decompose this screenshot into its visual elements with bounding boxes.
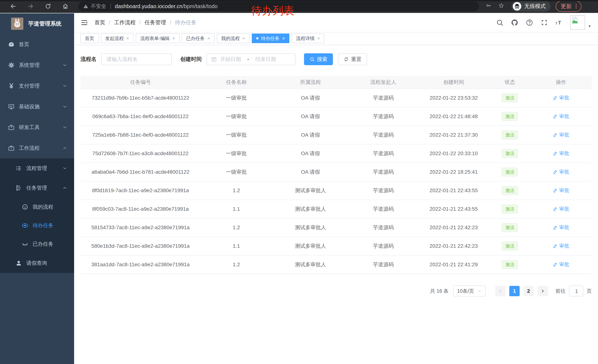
pencil-icon	[553, 151, 558, 156]
sidebar-item-待办任务[interactable]: 待办任务	[0, 216, 74, 235]
cell-create-time: 2022-01-22 23:53:32	[418, 89, 490, 107]
approve-link[interactable]: 审批	[553, 187, 569, 194]
help-question-icon[interactable]	[526, 19, 533, 26]
breadcrumb-item[interactable]: 工作流程	[114, 19, 136, 26]
tab-我的流程[interactable]: 我的流程×	[217, 33, 249, 43]
approve-link[interactable]: 审批	[553, 224, 569, 231]
page-button-2[interactable]: 2	[523, 286, 534, 296]
cell-starter: 芋道源码	[349, 200, 418, 218]
tab-已办任务[interactable]: 已办任务×	[182, 33, 215, 43]
tab-发起流程[interactable]: 发起流程×	[101, 33, 133, 43]
tabs-bar: 首页发起流程×流程表单-编辑×已办任务×我的流程×待办任务×流程详情×	[74, 32, 598, 45]
sidebar-item-label: 工作流程	[19, 145, 40, 152]
logo-row[interactable]: 芋道管理系统	[0, 13, 74, 34]
cell-action: 审批	[530, 89, 592, 107]
sidebar-item-工作流程[interactable]: 工作流程	[0, 138, 74, 159]
prev-page-button[interactable]	[495, 286, 506, 296]
search-icon[interactable]	[496, 19, 504, 26]
page-button-1[interactable]: 1	[509, 286, 520, 296]
cell-process: 测试多审批人	[272, 200, 349, 218]
approve-link[interactable]: 审批	[553, 243, 569, 249]
bookmark-star-icon[interactable]	[498, 3, 506, 10]
approve-label: 审批	[559, 169, 569, 175]
approve-link[interactable]: 审批	[553, 113, 569, 120]
sidebar-item-label: 首页	[19, 41, 29, 48]
cell-task-name: 1.2	[201, 181, 272, 200]
approve-link[interactable]: 审批	[553, 94, 569, 101]
tab-待办任务[interactable]: 待办任务×	[252, 33, 289, 43]
approve-link[interactable]: 审批	[553, 131, 569, 138]
browser-update-button[interactable]: 更新	[556, 1, 581, 12]
cell-create-time: 2022-01-22 21:48:48	[418, 107, 490, 126]
tab-流程详情[interactable]: 流程详情×	[291, 33, 324, 43]
approve-link[interactable]: 审批	[553, 150, 569, 157]
sidebar-item-系统管理[interactable]: 系统管理	[0, 55, 74, 75]
fullscreen-icon[interactable]	[540, 19, 548, 26]
approve-link[interactable]: 审批	[553, 169, 569, 175]
sidebar-item-支付管理[interactable]: 支付管理	[0, 75, 74, 96]
tab-close-icon[interactable]: ×	[317, 36, 320, 41]
font-size-icon[interactable]: TT	[555, 19, 563, 26]
browser-home-icon[interactable]	[61, 2, 70, 11]
avatar-broken-image-icon[interactable]	[570, 15, 585, 30]
approve-link[interactable]: 审批	[553, 261, 569, 268]
github-icon[interactable]	[511, 19, 518, 26]
sidebar-item-首页[interactable]: 首页	[0, 34, 74, 55]
sidebar-item-请假查询[interactable]: 请假查询	[0, 253, 74, 273]
sidebar-item-已办任务[interactable]: 已办任务	[0, 235, 74, 253]
page-size-select[interactable]: 10条/页	[453, 285, 486, 297]
sidebar-item-我的流程[interactable]: 我的流程	[0, 198, 74, 216]
browser-reload-icon[interactable]	[44, 2, 52, 11]
incognito-badge: 无痕模式	[511, 1, 551, 12]
tab-首页[interactable]: 首页	[80, 33, 99, 43]
cell-action: 审批	[530, 237, 592, 255]
cell-create-time: 2022-01-21 22:42:23	[418, 237, 490, 255]
tab-close-icon[interactable]: ×	[126, 36, 129, 41]
navbar-actions: TT	[496, 15, 592, 30]
process-name-input[interactable]	[103, 56, 170, 62]
sidebar-item-任务管理[interactable]: 任务管理	[0, 178, 74, 198]
chevron-down-icon	[62, 166, 67, 171]
user-avatar-wrap[interactable]	[570, 15, 592, 30]
cell-task-id: 381aa1dd-7ac8-11ec-a9e2-a2380e71991a	[80, 255, 201, 274]
monitor-icon	[8, 103, 15, 110]
cell-status: 激活	[490, 181, 530, 200]
table-row: 58154733-7ac8-11ec-a9e2-a2380e71991a1.2测…	[80, 218, 592, 237]
status-badge: 激活	[502, 242, 518, 251]
tab-close-icon[interactable]: ×	[242, 36, 245, 41]
approve-link[interactable]: 审批	[553, 205, 569, 212]
sidebar-item-label: 基础设施	[19, 103, 40, 110]
cell-process: OA 请假	[272, 144, 349, 163]
sidebar-toggle-hamburger-icon[interactable]	[80, 19, 88, 26]
cell-action: 审批	[530, 144, 592, 163]
end-date-placeholder[interactable]: 结束日期	[255, 56, 276, 63]
tab-close-icon[interactable]: ×	[207, 36, 210, 41]
breadcrumb-item[interactable]: 任务管理	[144, 19, 166, 26]
tab-流程表单-编辑[interactable]: 流程表单-编辑×	[136, 33, 180, 43]
start-date-placeholder[interactable]: 开始日期	[220, 56, 241, 63]
password-key-icon[interactable]	[486, 3, 493, 10]
sidebar-item-基础设施[interactable]: 基础设施	[0, 96, 74, 117]
tab-close-icon[interactable]: ×	[172, 36, 175, 41]
table-row: 75d72608-7b7f-11ec-a3c8-acde48001122一级审批…	[80, 144, 592, 163]
column-header-状态: 状态	[490, 76, 530, 89]
goto-page-input[interactable]	[569, 286, 584, 296]
cell-starter: 芋道源码	[349, 237, 418, 255]
address-bar[interactable]: 不安全 dashboard.yudao.iocoder.cn/bpm/task/…	[78, 1, 479, 11]
avatar-caret-down-icon[interactable]	[588, 24, 592, 28]
search-button[interactable]: 搜索	[304, 53, 333, 65]
browser-back-icon[interactable]	[9, 2, 17, 11]
browser-menu-dots-icon[interactable]	[573, 3, 579, 9]
process-name-input-wrap	[101, 53, 172, 65]
browser-forward-icon[interactable]	[26, 2, 35, 11]
cell-status: 激活	[490, 218, 530, 237]
create-time-range-picker[interactable]: 开始日期 - 结束日期	[207, 53, 295, 65]
sidebar-item-研发工具[interactable]: 研发工具	[0, 117, 74, 138]
window-top-strip	[0, 0, 598, 1]
next-page-button[interactable]	[537, 286, 548, 296]
breadcrumb-item[interactable]: 首页	[94, 19, 105, 26]
reset-button[interactable]: 重置	[338, 53, 367, 65]
sidebar-item-流程管理[interactable]: 流程管理	[0, 159, 74, 178]
pencil-icon	[553, 132, 558, 137]
tab-close-icon[interactable]: ×	[282, 36, 285, 41]
